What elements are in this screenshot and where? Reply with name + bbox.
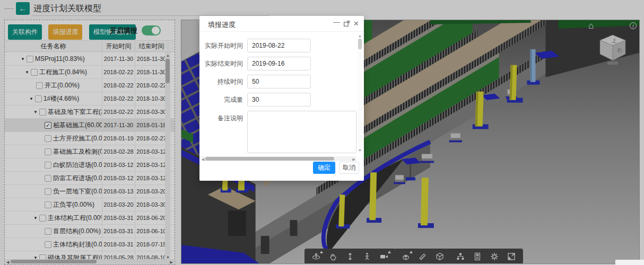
expand-arrow-icon[interactable]: ▼ xyxy=(33,110,38,114)
task-checkbox[interactable] xyxy=(45,135,51,142)
expand-arrow-icon[interactable]: ▼ xyxy=(33,216,38,220)
zoom-extents-icon[interactable] xyxy=(345,251,355,262)
expand-arrow-icon[interactable]: ▼ xyxy=(29,96,33,101)
start-date-cell: 2018-03-31 xyxy=(102,238,135,251)
task-checkbox[interactable] xyxy=(45,148,51,155)
end-date-cell: 2018-03-30 xyxy=(135,105,168,118)
task-checkbox[interactable] xyxy=(39,254,46,260)
field-input[interactable] xyxy=(247,57,311,70)
expand-arrow-icon[interactable]: ▼ xyxy=(25,70,29,75)
scroll-thumb[interactable] xyxy=(166,59,170,83)
task-row[interactable]: 正负零(0.00%)2018-03-202018-03-30 xyxy=(5,198,175,211)
start-date-cell: 2017-11-30 xyxy=(102,119,135,131)
dialog-title: 填报进度 xyxy=(208,20,236,30)
relate-component-button[interactable]: 关联构件 xyxy=(8,24,42,40)
task-checkbox[interactable] xyxy=(45,241,51,248)
page-title: 进度计划关联模型 xyxy=(33,3,101,14)
fullscreen-icon[interactable] xyxy=(506,251,517,262)
task-checkbox[interactable] xyxy=(45,201,51,208)
table-horizontal-scrollbar[interactable]: ◀ ▶ xyxy=(5,259,174,264)
home-icon[interactable]: ⌂ xyxy=(588,21,594,31)
camera-icon[interactable] xyxy=(379,251,389,262)
expand-arrow-icon[interactable]: ▼ xyxy=(21,57,25,61)
task-row[interactable]: ▼1#楼(4.66%)2018-02-222018-10-30 xyxy=(5,92,175,105)
task-row[interactable]: ✓桩基础施工(60.00%)2017-11-302018-01-18 xyxy=(5,119,175,132)
task-checkbox[interactable] xyxy=(45,175,51,182)
end-date-cell: 2018-03-12 xyxy=(135,158,168,171)
section-icon[interactable] xyxy=(401,251,411,262)
fill-toggle-label: 开启填报 xyxy=(110,26,137,36)
task-name-label: 主体结构工程(0.00%) xyxy=(48,214,102,223)
task-panel: 关联构件 填报进度 模型恢复默认 开启填报 任务名称 开始时间 结束时间 挂 ▼… xyxy=(4,20,175,265)
task-row[interactable]: ▼砌体及其附属工程(0.00%)2018-05-282018-08-10 xyxy=(5,251,175,259)
task-row[interactable]: ▼MSProj11(0.83%)2017-11-302018-11-30 xyxy=(5,52,175,66)
cube-icon[interactable] xyxy=(434,251,445,262)
scroll-down-icon[interactable]: ▼ xyxy=(358,148,362,153)
task-checkbox[interactable] xyxy=(39,109,46,116)
task-checkbox[interactable] xyxy=(35,95,42,102)
task-checkbox[interactable] xyxy=(45,228,51,235)
pan-icon[interactable] xyxy=(328,251,338,262)
task-checkbox[interactable] xyxy=(39,215,46,222)
end-date-cell: 2018-03-30 xyxy=(135,198,168,211)
task-row[interactable]: ▼基础及地下室工程(24.19%)2018-02-222018-03-30 xyxy=(5,105,175,119)
scroll-up-icon[interactable]: ▲ xyxy=(358,33,362,38)
task-checkbox[interactable]: ✓ xyxy=(45,122,51,129)
settings-icon[interactable] xyxy=(489,251,500,262)
task-row[interactable]: 防雷工程进场(0.00%)2018-03-122018-03-12 xyxy=(5,172,175,185)
scroll-thumb[interactable] xyxy=(358,39,362,49)
tree-icon[interactable] xyxy=(455,251,466,262)
field-label: 实际结束时间 xyxy=(199,59,243,68)
maximize-icon[interactable] xyxy=(343,20,350,27)
scroll-thumb[interactable] xyxy=(11,260,97,263)
fill-progress-button[interactable]: 填报进度 xyxy=(48,24,82,40)
task-row[interactable]: 主体结构封顶(0.00%)2018-03-312018-07-15 xyxy=(5,238,175,251)
app-root: ← 进度计划关联模型 关联构件 填报进度 模型恢复默认 开启填报 任务名称 开始… xyxy=(0,0,644,265)
task-row[interactable]: 开工(0.00%)2018-02-222018-02-22 xyxy=(5,79,175,92)
column-end-date: 结束时间 xyxy=(135,41,168,51)
task-checkbox[interactable] xyxy=(45,162,51,169)
column-start-date: 开始时间 xyxy=(102,41,135,51)
task-row[interactable]: 首层结构(0.00%)2018-03-312018-06-10 xyxy=(5,225,175,238)
info-icon[interactable]: i xyxy=(630,22,637,29)
field-input[interactable] xyxy=(247,39,311,52)
task-row[interactable]: 白蚁防治进场(0.00%)2018-03-122018-03-12 xyxy=(5,158,175,172)
confirm-button[interactable]: 确定 xyxy=(313,162,335,174)
task-checkbox[interactable] xyxy=(31,69,38,76)
properties-icon[interactable] xyxy=(472,251,483,262)
remarks-textarea[interactable] xyxy=(247,111,356,153)
task-row[interactable]: ▼主体结构工程(0.00%)2018-03-312018-06-20 xyxy=(5,211,175,225)
task-row[interactable]: 基础施工及检测(0.00%)2018-02-282018-03-12 xyxy=(5,145,175,158)
orbit-icon[interactable] xyxy=(311,251,321,262)
cancel-button[interactable]: 取消 xyxy=(339,162,359,174)
view-cube[interactable]: 上 右 xyxy=(596,32,630,67)
expand-arrow-icon[interactable]: ▼ xyxy=(33,255,38,260)
task-row[interactable]: 负一层地下室(0.00%)2018-03-132018-03-20 xyxy=(5,185,175,198)
fill-toggle-switch[interactable] xyxy=(142,25,161,36)
scroll-left-icon[interactable]: ◀ xyxy=(6,260,9,264)
minimize-icon[interactable]: — xyxy=(333,19,340,26)
scroll-right-icon[interactable]: ▶ xyxy=(170,260,173,264)
task-name-label: 首层结构(0.00%) xyxy=(53,227,101,236)
measure-icon[interactable] xyxy=(417,251,428,262)
close-icon[interactable]: ✕ xyxy=(353,20,359,28)
task-name-label: 基础及地下室工程(24.19%) xyxy=(48,108,102,117)
task-row[interactable]: 土方开挖施工(0.00%)2018-01-192018-02-27 xyxy=(5,132,175,145)
toolbar-group xyxy=(304,249,396,264)
back-button[interactable]: ← xyxy=(16,2,30,15)
task-checkbox[interactable] xyxy=(45,188,51,195)
field-label: 持续时间 xyxy=(199,77,243,86)
dialog-vertical-scrollbar[interactable]: ▲ ▼ xyxy=(358,33,362,153)
table-vertical-scrollbar[interactable]: ▲ ▼ xyxy=(165,52,170,260)
field-input[interactable] xyxy=(247,93,311,107)
walk-icon[interactable] xyxy=(362,251,372,262)
end-date-cell: 2018-11-30 xyxy=(135,66,168,78)
dialog-header[interactable]: 填报进度 — ✕ xyxy=(199,16,364,32)
task-checkbox[interactable] xyxy=(27,56,33,63)
scroll-up-icon[interactable]: ▲ xyxy=(166,53,170,58)
cube-top-label: 上 xyxy=(611,38,617,43)
task-row[interactable]: ▼工程施工(0.84%)2018-02-222018-11-30 xyxy=(5,66,175,79)
field-input[interactable] xyxy=(247,75,311,89)
start-date-cell: 2018-03-12 xyxy=(102,172,135,184)
task-checkbox[interactable] xyxy=(36,82,43,89)
